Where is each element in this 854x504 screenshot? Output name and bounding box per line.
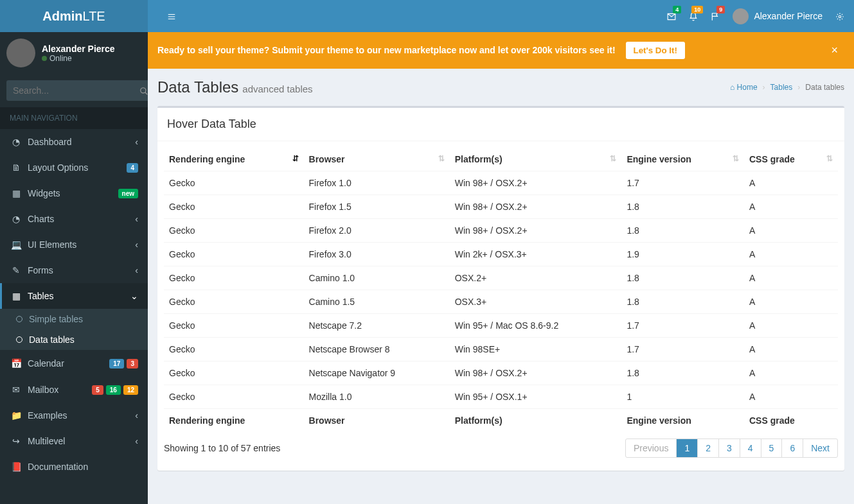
chevron-left-icon: ‹ <box>135 410 138 421</box>
table-cell: 1.7 <box>621 314 744 338</box>
box-header: Hover Data Table <box>157 108 844 141</box>
table-row[interactable]: GeckoFirefox 1.0Win 98+ / OSX.2+1.7A <box>164 171 838 195</box>
column-footer: Engine version <box>621 409 744 433</box>
table-cell: Netscape Browser 8 <box>304 338 450 361</box>
table-cell: A <box>744 171 838 195</box>
user-menu[interactable]: Alexander Pierce <box>733 8 823 24</box>
sidebar-item-tables[interactable]: ▦Tables⌄ <box>0 283 148 309</box>
logo[interactable]: AdminLTE <box>0 0 148 32</box>
chevron-left-icon: ‹ <box>135 214 138 224</box>
sidebar-item-simple-tables[interactable]: Simple tables <box>0 309 148 329</box>
breadcrumb-home[interactable]: ⌂ Home <box>730 83 758 92</box>
pagination: Previous123456Next <box>625 439 838 458</box>
table-cell: Gecko <box>164 195 304 219</box>
sidebar-header: MAIN NAVIGATION <box>0 107 148 129</box>
column-header[interactable]: CSS grade⇅ <box>744 148 838 171</box>
table-row[interactable]: GeckoNetscape Navigator 9Win 98+ / OSX.2… <box>164 361 838 385</box>
page-4[interactable]: 4 <box>740 439 761 457</box>
page-6[interactable]: 6 <box>782 439 803 457</box>
table-footer: Showing 1 to 10 of 57 entries Previous12… <box>164 432 838 464</box>
table-cell: Mozilla 1.0 <box>304 385 450 409</box>
sidebar-item-layout[interactable]: 🗎Layout Options4 <box>0 155 148 180</box>
breadcrumb-tables[interactable]: Tables <box>770 83 793 92</box>
alert-bar: Ready to sell your theme? Submit your th… <box>148 32 854 69</box>
page-next[interactable]: Next <box>803 439 837 457</box>
table-row[interactable]: GeckoNetscape Browser 8Win 98SE+1.7A <box>164 338 838 361</box>
alert-close-button[interactable]: × <box>824 44 844 57</box>
main-header: AdminLTE 4 10 9 Alexander Pierce <box>0 0 854 32</box>
table-cell: Firefox 1.0 <box>304 171 450 195</box>
user-status[interactable]: Online <box>42 54 115 63</box>
box-body: Rendering engine⇵Browser⇅Platform(s)⇅Eng… <box>157 141 844 471</box>
page-1[interactable]: 1 <box>677 439 698 457</box>
column-header[interactable]: Engine version⇅ <box>621 148 744 171</box>
search-input[interactable] <box>6 80 132 101</box>
tasks-menu[interactable]: 9 <box>711 11 720 21</box>
box-hover-table: Hover Data Table Rendering engine⇵Browse… <box>157 106 844 471</box>
sidebar-item-dashboard[interactable]: ◔Dashboard‹ <box>0 129 148 155</box>
data-table: Rendering engine⇵Browser⇅Platform(s)⇅Eng… <box>164 148 838 432</box>
chevron-left-icon: ‹ <box>135 436 138 446</box>
sidebar-item-data-tables[interactable]: Data tables <box>0 329 148 350</box>
table-cell: A <box>744 385 838 409</box>
sort-icon: ⇅ <box>733 154 739 163</box>
page-3[interactable]: 3 <box>719 439 740 457</box>
table-cell: OSX.2+ <box>450 266 622 290</box>
column-header[interactable]: Platform(s)⇅ <box>450 148 622 171</box>
sort-icon: ⇅ <box>610 154 616 163</box>
page-2[interactable]: 2 <box>698 439 719 457</box>
sidebar-item-mailbox[interactable]: ✉Mailbox51612 <box>0 376 148 403</box>
table-row[interactable]: GeckoCamino 1.5OSX.3+1.8A <box>164 290 838 314</box>
page-5[interactable]: 5 <box>761 439 783 457</box>
table-cell: Win 95+ / Mac OS 8.6-9.2 <box>450 314 622 338</box>
table-cell: A <box>744 195 838 219</box>
alert-cta-button[interactable]: Let's Do It! <box>626 42 685 59</box>
table-cell: 1.7 <box>621 338 744 361</box>
book-icon: 📕 <box>10 462 22 472</box>
table-cell: Gecko <box>164 266 304 290</box>
table-row[interactable]: GeckoNetscape 7.2Win 95+ / Mac OS 8.6-9.… <box>164 314 838 338</box>
table-row[interactable]: GeckoCamino 1.0OSX.2+1.8A <box>164 266 838 290</box>
table-row[interactable]: GeckoFirefox 3.0Win 2k+ / OSX.3+1.9A <box>164 243 838 266</box>
sidebar-item-ui[interactable]: 💻UI Elements‹ <box>0 232 148 257</box>
online-dot-icon <box>42 56 47 61</box>
sidebar-item-widgets[interactable]: ▦Widgetsnew <box>0 180 148 206</box>
table-cell: Netscape Navigator 9 <box>304 361 450 385</box>
sidebar-item-examples[interactable]: 📁Examples‹ <box>0 403 148 428</box>
messages-menu[interactable]: 4 <box>667 11 676 21</box>
gears-icon <box>835 12 844 21</box>
table-cell: A <box>744 266 838 290</box>
sidebar-item-forms[interactable]: ✎Forms‹ <box>0 257 148 283</box>
content: Hover Data Table Rendering engine⇵Browse… <box>148 106 854 480</box>
control-sidebar-toggle[interactable] <box>835 11 844 21</box>
sidebar-item-charts[interactable]: ◔Charts‹ <box>0 206 148 232</box>
navbar: 4 10 9 Alexander Pierce <box>148 0 854 32</box>
table-row[interactable]: GeckoMozilla 1.0Win 95+ / OSX.1+1A <box>164 385 838 409</box>
table-cell: Gecko <box>164 361 304 385</box>
user-panel-name: Alexander Pierce <box>42 44 115 54</box>
avatar <box>6 39 35 67</box>
avatar <box>733 8 749 24</box>
column-header[interactable]: Rendering engine⇵ <box>164 148 304 171</box>
search-button[interactable] <box>132 80 148 101</box>
sidebar-item-multilevel[interactable]: ↪Multilevel‹ <box>0 428 148 454</box>
table-cell: A <box>744 361 838 385</box>
table-row[interactable]: GeckoFirefox 2.0Win 98+ / OSX.2+1.8A <box>164 219 838 243</box>
notifications-menu[interactable]: 10 <box>689 11 698 21</box>
sidebar-item-calendar[interactable]: 📅Calendar173 <box>0 350 148 376</box>
table-cell: 1.7 <box>621 171 744 195</box>
table-cell: Win 98+ / OSX.2+ <box>450 195 622 219</box>
calendar-icon: 📅 <box>10 358 22 369</box>
circle-icon <box>16 336 22 343</box>
sidebar-toggle-button[interactable] <box>157 1 186 31</box>
table-cell: Camino 1.0 <box>304 266 450 290</box>
breadcrumb: ⌂ Home › Tables › Data tables <box>730 83 844 92</box>
table-cell: Netscape 7.2 <box>304 314 450 338</box>
table-info: Showing 1 to 10 of 57 entries <box>164 443 280 453</box>
table-cell: Firefox 3.0 <box>304 243 450 266</box>
table-row[interactable]: GeckoFirefox 1.5Win 98+ / OSX.2+1.8A <box>164 195 838 219</box>
sidebar-item-documentation[interactable]: 📕Documentation <box>0 454 148 480</box>
column-header[interactable]: Browser⇅ <box>304 148 450 171</box>
svg-point-0 <box>839 15 841 18</box>
table-cell: 1.8 <box>621 195 744 219</box>
